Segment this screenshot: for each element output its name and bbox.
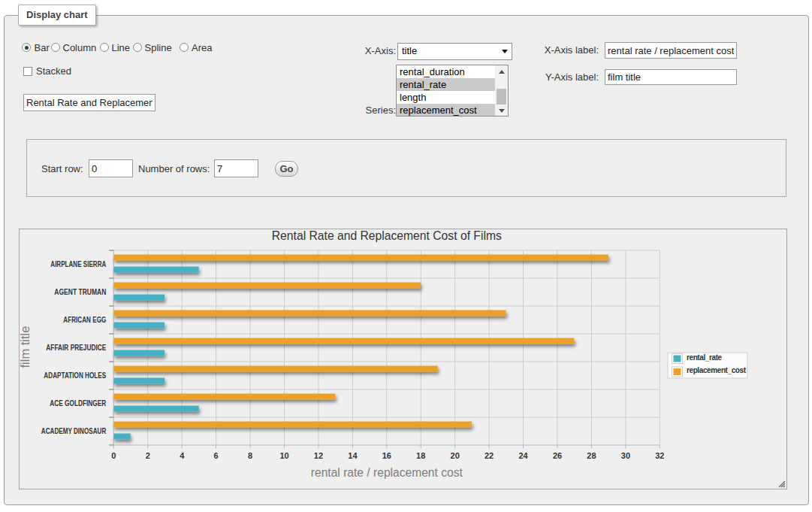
svg-text:film title: film title	[20, 326, 32, 368]
svg-text:32: 32	[655, 451, 664, 460]
svg-text:replacement_cost: replacement_cost	[687, 366, 747, 374]
svg-text:28: 28	[587, 451, 596, 460]
svg-text:22: 22	[484, 451, 494, 460]
svg-text:Rental Rate and Replacement Co: Rental Rate and Replacement Cost of Film…	[272, 229, 502, 242]
svg-text:ACADEMY DINOSAUR: ACADEMY DINOSAUR	[41, 427, 107, 435]
svg-text:ADAPTATION HOLES: ADAPTATION HOLES	[44, 371, 106, 380]
svg-text:26: 26	[553, 451, 562, 460]
svg-text:rental rate / replacement cost: rental rate / replacement cost	[311, 466, 463, 479]
svg-text:14: 14	[348, 451, 358, 460]
svg-text:AGENT TRUMAN: AGENT TRUMAN	[54, 288, 106, 296]
svg-text:24: 24	[518, 451, 528, 460]
svg-text:30: 30	[621, 451, 630, 460]
svg-text:AFFAIR PREJUDICE: AFFAIR PREJUDICE	[46, 344, 106, 352]
svg-text:12: 12	[314, 451, 323, 460]
svg-text:10: 10	[279, 451, 288, 460]
svg-text:4: 4	[180, 451, 185, 460]
svg-text:AFRICAN EGG: AFRICAN EGG	[63, 316, 106, 324]
svg-text:16: 16	[382, 451, 391, 460]
svg-text:rental_rate: rental_rate	[687, 353, 723, 362]
svg-text:ACE GOLDFINGER: ACE GOLDFINGER	[50, 399, 107, 407]
svg-text:2: 2	[146, 451, 150, 460]
svg-text:20: 20	[451, 451, 460, 460]
svg-text:AIRPLANE SIERRA: AIRPLANE SIERRA	[50, 260, 106, 268]
svg-text:0: 0	[111, 451, 116, 460]
svg-text:8: 8	[248, 451, 252, 460]
svg-text:18: 18	[416, 451, 425, 460]
svg-text:6: 6	[214, 451, 219, 460]
